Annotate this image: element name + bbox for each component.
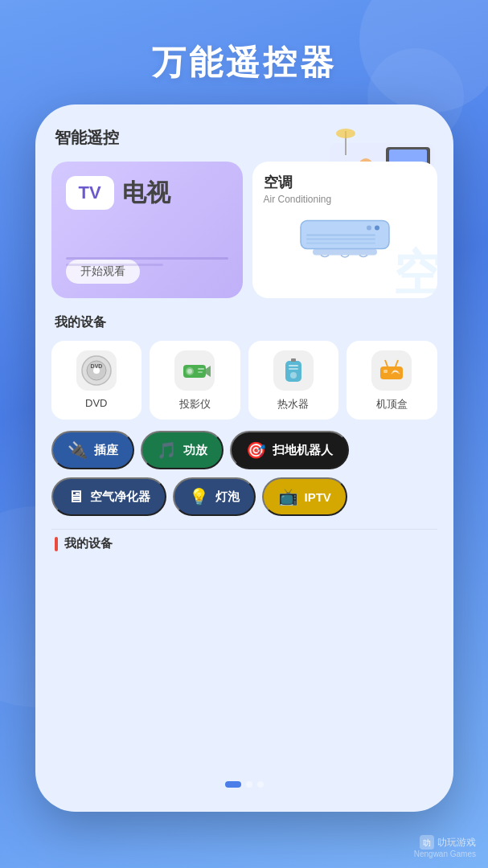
app-buttons-row-2: 🖥 空气净化器 💡 灯泡 📺 IPTV <box>51 477 437 516</box>
bottom-section: 我的设备 <box>51 529 437 555</box>
svg-point-19 <box>367 226 371 231</box>
robot-button[interactable]: 🎯 扫地机器人 <box>230 431 349 469</box>
watermark: 叻 叻玩游戏 Nengwan Games <box>414 835 476 858</box>
water-heater-icon <box>273 350 314 391</box>
bulb-button[interactable]: 💡 灯泡 <box>173 477 256 516</box>
socket-button[interactable]: 🔌 插座 <box>51 431 134 469</box>
device-item-water-heater[interactable]: 热水器 <box>248 341 339 420</box>
svg-rect-16 <box>306 239 375 240</box>
phone-mockup: 智能遥控 TV 电视 开始观看 空调 Air Conditioning <box>35 104 453 812</box>
ac-card[interactable]: 空调 Air Conditioning <box>252 162 437 298</box>
bulb-icon: 💡 <box>189 487 209 506</box>
svg-text:叻: 叻 <box>423 838 431 847</box>
robot-label: 扫地机器人 <box>273 443 333 458</box>
svg-rect-20 <box>313 249 377 256</box>
ac-title: 空调 <box>264 173 426 192</box>
watermark-brand: 叻玩游戏 <box>437 836 476 850</box>
svg-rect-15 <box>306 235 375 236</box>
socket-label: 插座 <box>94 443 118 458</box>
svg-point-18 <box>375 226 379 231</box>
watermark-site: Nengwan Games <box>414 850 476 858</box>
ac-bg-text: 空 <box>393 241 437 298</box>
bulb-label: 灯泡 <box>215 489 240 505</box>
tv-card-top: TV 电视 <box>66 176 228 210</box>
dot-2 <box>246 781 252 788</box>
dvd-label: DVD <box>85 397 107 409</box>
app-buttons-row-1: 🔌 插座 🎵 功放 🎯 扫地机器人 <box>51 431 437 469</box>
tv-badge: TV <box>66 176 114 210</box>
settopbox-icon <box>371 350 412 391</box>
air-purifier-icon: 🖥 <box>68 488 84 506</box>
socket-icon: 🔌 <box>68 440 88 460</box>
amp-label: 功放 <box>183 443 207 458</box>
watermark-icon: 叻 <box>420 835 434 850</box>
tv-card[interactable]: TV 电视 开始观看 <box>51 162 243 298</box>
svg-line-37 <box>385 360 388 366</box>
iptv-icon: 📺 <box>278 487 298 506</box>
air-purifier-label: 空气净化器 <box>90 489 150 505</box>
air-purifier-button[interactable]: 🖥 空气净化器 <box>51 477 166 516</box>
svg-rect-29 <box>198 371 203 373</box>
bottom-label: 我的设备 <box>64 536 113 551</box>
bottom-indicator <box>55 537 58 551</box>
watermark-logo: 叻 叻玩游戏 <box>414 835 476 850</box>
top-cards-row: TV 电视 开始观看 空调 Air Conditioning <box>51 162 437 298</box>
device-item-dvd[interactable]: DVD DVD <box>51 341 142 420</box>
svg-rect-34 <box>291 358 296 362</box>
amp-icon: 🎵 <box>157 440 177 460</box>
iptv-button[interactable]: 📺 IPTV <box>262 477 347 516</box>
svg-rect-32 <box>289 368 298 370</box>
device-item-projector[interactable]: 投影仪 <box>150 341 240 420</box>
svg-rect-30 <box>285 361 301 382</box>
svg-point-27 <box>187 369 192 374</box>
svg-rect-17 <box>306 243 375 244</box>
dvd-icon: DVD <box>76 350 117 391</box>
svg-rect-36 <box>383 370 388 373</box>
water-heater-label: 热水器 <box>277 397 309 411</box>
robot-icon: 🎯 <box>246 440 266 460</box>
device-grid: DVD DVD 投影仪 <box>51 341 437 420</box>
projector-label: 投影仪 <box>179 397 211 411</box>
my-devices-label: 我的设备 <box>51 314 437 331</box>
page-dots <box>225 781 264 788</box>
svg-point-5 <box>336 129 355 138</box>
svg-text:DVD: DVD <box>90 363 102 369</box>
device-item-settopbox[interactable]: 机顶盒 <box>347 341 437 420</box>
ac-subtitle: Air Conditioning <box>264 194 426 205</box>
svg-rect-28 <box>198 368 204 370</box>
dot-3 <box>257 781 264 788</box>
svg-point-33 <box>290 372 297 379</box>
projector-icon <box>174 350 215 391</box>
iptv-label: IPTV <box>305 490 331 504</box>
tv-title: 电视 <box>122 177 170 210</box>
amp-button[interactable]: 🎵 功放 <box>141 431 223 469</box>
settopbox-label: 机顶盒 <box>376 397 408 411</box>
svg-rect-31 <box>289 365 298 366</box>
dot-1 <box>225 781 241 788</box>
svg-line-38 <box>396 360 398 366</box>
tv-card-lines <box>66 257 228 266</box>
